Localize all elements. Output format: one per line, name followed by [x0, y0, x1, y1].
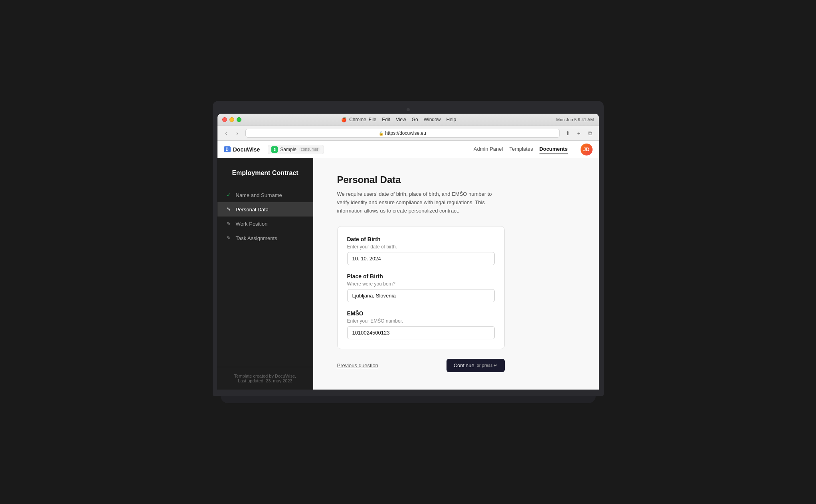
- camera: [407, 108, 410, 111]
- system-time: Mon Jun 5 9:41 AM: [556, 117, 594, 122]
- sidebar-item-personal-data[interactable]: ✎ Personal Data: [217, 202, 313, 217]
- fullscreen-button[interactable]: [237, 117, 241, 122]
- edit-icon: ✎: [225, 235, 232, 241]
- laptop-base: [221, 396, 596, 403]
- sidebar-item-name-surname[interactable]: ✓ Name and Surname: [217, 188, 313, 202]
- sidebar-item-work-position[interactable]: ✎ Work Position: [217, 217, 313, 231]
- menu-help[interactable]: Help: [446, 117, 456, 122]
- titlebar-menu: File Edit View Go Window Help: [369, 117, 456, 122]
- menu-file[interactable]: File: [369, 117, 376, 122]
- sidebar-item-label: Personal Data: [236, 207, 269, 213]
- nav-buttons: ‹ ›: [221, 128, 242, 138]
- edit-icon: ✎: [225, 220, 232, 227]
- app-name: Chrome: [349, 117, 366, 122]
- nav-templates[interactable]: Templates: [509, 144, 533, 154]
- screen-bezel: 🍎 Chrome File Edit View Go Window Help M…: [213, 101, 604, 390]
- browser-chrome: ‹ › 🔒 https://docuwise.eu ⬆ + ⧉: [217, 126, 599, 141]
- url-text: https://docuwise.eu: [385, 130, 426, 136]
- new-tab-button[interactable]: +: [574, 128, 584, 138]
- menu-edit[interactable]: Edit: [382, 117, 390, 122]
- menu-go[interactable]: Go: [412, 117, 418, 122]
- nav-admin-panel[interactable]: Admin Panel: [474, 144, 503, 154]
- sidebar-title: Employment Contract: [217, 158, 313, 185]
- previous-question-button[interactable]: Previous question: [337, 362, 378, 368]
- page-title: Personal Data: [337, 174, 575, 185]
- minimize-button[interactable]: [229, 117, 234, 122]
- workspace-badge: consumer: [299, 147, 320, 152]
- browser-window: 🍎 Chrome File Edit View Go Window Help M…: [217, 114, 599, 390]
- apple-icon: 🍎: [341, 117, 347, 122]
- titlebar-right: Mon Jun 5 9:41 AM: [556, 117, 594, 122]
- app-navbar: D DocuWise S Sample consumer Admin Panel…: [217, 141, 599, 158]
- dob-input[interactable]: [347, 252, 495, 265]
- page-description: We require users' date of birth, place o…: [337, 190, 505, 215]
- titlebar-center: 🍎 Chrome File Edit View Go Window Help: [245, 117, 553, 122]
- emso-label: EMŠO: [347, 310, 495, 317]
- footer-line1: Template created by DocuWise.: [225, 374, 305, 378]
- dob-label: Date of Birth: [347, 236, 495, 242]
- edit-icon: ✎: [225, 206, 232, 213]
- titlebar: 🍎 Chrome File Edit View Go Window Help M…: [217, 114, 599, 126]
- nav-links: Admin Panel Templates Documents: [474, 144, 568, 154]
- continue-button[interactable]: Continue or press ↵: [447, 359, 505, 372]
- sidebar-item-label: Work Position: [236, 221, 268, 227]
- forward-button[interactable]: ›: [233, 128, 242, 138]
- share-button[interactable]: ⬆: [563, 128, 573, 138]
- menu-window[interactable]: Window: [424, 117, 441, 122]
- workspace-icon: S: [271, 146, 278, 153]
- workspace-name: Sample: [280, 147, 296, 152]
- check-icon: ✓: [225, 192, 232, 198]
- sidebar-footer: Template created by DocuWise. Last updat…: [217, 367, 313, 390]
- back-button[interactable]: ‹: [221, 128, 231, 138]
- camera-area: [217, 106, 599, 114]
- sidebar-item-label: Name and Surname: [236, 192, 282, 198]
- sidebar-nav: ✓ Name and Surname ✎ Personal Data ✎ Wor…: [217, 185, 313, 367]
- logo-mark: D: [224, 146, 231, 152]
- pob-label: Place of Birth: [347, 273, 495, 280]
- workspace-selector[interactable]: S Sample consumer: [268, 145, 324, 154]
- emso-input[interactable]: [347, 326, 495, 339]
- main-content: Personal Data We require users' date of …: [313, 158, 599, 390]
- logo-text: DocuWise: [233, 146, 260, 153]
- emso-hint: Enter your EMŠO number.: [347, 318, 495, 324]
- tabs-button[interactable]: ⧉: [585, 128, 595, 138]
- laptop-bottom: [213, 390, 604, 396]
- app-body: Employment Contract ✓ Name and Surname ✎…: [217, 158, 599, 390]
- pob-input[interactable]: [347, 289, 495, 302]
- lock-icon: 🔒: [379, 131, 383, 136]
- form-card: Date of Birth Enter your date of birth. …: [337, 226, 505, 349]
- sidebar: Employment Contract ✓ Name and Surname ✎…: [217, 158, 313, 390]
- close-button[interactable]: [222, 117, 227, 122]
- continue-label: Continue: [454, 362, 474, 368]
- avatar[interactable]: JD: [581, 144, 593, 156]
- traffic-lights: [222, 117, 241, 122]
- footer-line2: Last updated: 23. may 2023: [225, 378, 305, 383]
- app-logo: D DocuWise: [224, 146, 260, 153]
- address-bar[interactable]: 🔒 https://docuwise.eu: [245, 129, 560, 138]
- menu-view[interactable]: View: [396, 117, 406, 122]
- dob-group: Date of Birth Enter your date of birth.: [347, 236, 495, 265]
- browser-actions: ⬆ + ⧉: [563, 128, 595, 138]
- dob-hint: Enter your date of birth.: [347, 244, 495, 250]
- pob-hint: Where were you born?: [347, 281, 495, 287]
- pob-group: Place of Birth Where were you born?: [347, 273, 495, 302]
- form-actions: Previous question Continue or press ↵: [337, 359, 505, 372]
- continue-hint: or press ↵: [477, 363, 498, 368]
- laptop-shell: 🍎 Chrome File Edit View Go Window Help M…: [213, 101, 604, 403]
- nav-documents[interactable]: Documents: [539, 144, 568, 154]
- emso-group: EMŠO Enter your EMŠO number.: [347, 310, 495, 339]
- sidebar-item-task-assignments[interactable]: ✎ Task Assignments: [217, 231, 313, 245]
- sidebar-item-label: Task Assignments: [236, 235, 277, 241]
